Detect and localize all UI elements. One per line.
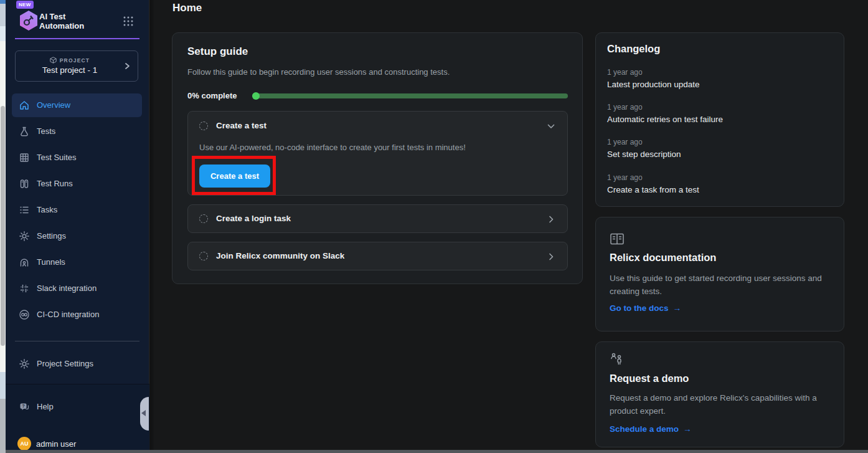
sidebar-item-tunnels[interactable]: Tunnels: [6, 250, 149, 274]
active-item-highlight: [12, 93, 142, 117]
app-title: AI Test Automation: [39, 12, 99, 31]
documentation-description: Use this guide to get started recording …: [610, 272, 834, 298]
sidebar-shadow: [150, 0, 155, 453]
sidebar-item-cicd-integration[interactable]: CI-CD integration: [6, 303, 149, 327]
window-bottom-edge: [6, 450, 868, 453]
setup-step-create-login-task[interactable]: Create a login task: [187, 204, 568, 233]
chevron-right-icon: [546, 252, 556, 262]
sidebar-item-test-suites[interactable]: Test Suites: [6, 146, 149, 169]
go-to-docs-link[interactable]: Go to the docs →: [610, 303, 681, 313]
apps-grid-icon[interactable]: [123, 16, 134, 27]
step-title: Create a test: [216, 121, 267, 130]
sidebar-item-settings[interactable]: Settings: [6, 224, 149, 248]
setup-guide-description: Follow this guide to begin recording use…: [187, 67, 450, 77]
sidebar-item-tests[interactable]: Tests: [6, 120, 149, 143]
page-title: Home: [172, 2, 202, 14]
sidebar-footer: ? Help AU admin user: [6, 384, 149, 450]
sidebar-item-label: Settings: [37, 231, 66, 241]
setup-step-create-test[interactable]: Create a test Use our AI-powered, no-cod…: [187, 111, 568, 196]
chevron-down-icon[interactable]: [546, 122, 556, 131]
schedule-demo-link[interactable]: Schedule a demo →: [610, 424, 692, 434]
arrow-right-icon: →: [683, 424, 692, 434]
avatar: AU: [17, 437, 31, 451]
gear-icon: [19, 231, 30, 242]
home-icon: [19, 100, 30, 111]
sliver-pale: [0, 26, 6, 41]
sliver-gray-low: [0, 399, 6, 453]
project-label: PROJECT: [60, 57, 90, 64]
progress-indicator-dot: [252, 92, 260, 100]
project-name: Test project - 1: [16, 65, 124, 75]
book-icon: [610, 232, 625, 246]
background-scrollbar-thumb[interactable]: [1, 106, 5, 346]
tunnel-icon: [19, 257, 30, 268]
cube-icon: [50, 57, 57, 64]
new-badge: NEW: [16, 1, 34, 9]
request-demo-description: Request a demo and explore Relicx's capa…: [610, 391, 834, 417]
app-logo-icon: [19, 10, 39, 31]
changelog-time: 1 year ago: [607, 68, 643, 77]
slack-icon: [19, 283, 30, 294]
link-label: Schedule a demo: [610, 424, 679, 434]
link-label: Go to the docs: [610, 303, 669, 313]
create-test-button[interactable]: Create a test: [199, 165, 270, 188]
setup-step-join-slack[interactable]: Join Relicx community on Slack: [187, 242, 568, 270]
changelog-entry: Create a task from a test: [607, 185, 699, 194]
people-icon: [610, 352, 625, 367]
sidebar-item-label: Help: [37, 402, 54, 411]
sidebar-item-label: Slack integration: [37, 284, 97, 293]
sidebar-item-label: CI-CD integration: [37, 310, 99, 319]
gear-icon: [19, 358, 30, 370]
sidebar-item-test-runs[interactable]: Test Runs: [6, 172, 149, 196]
changelog-title: Changelog: [607, 43, 660, 55]
arrow-right-icon: →: [673, 303, 682, 313]
project-selector[interactable]: PROJECT Test project - 1: [15, 50, 138, 82]
collapse-arrow-icon: [141, 410, 146, 416]
sidebar-item-label: Tunnels: [37, 257, 65, 267]
sidebar-item-project-settings[interactable]: Project Settings: [6, 352, 149, 376]
step-description: Use our AI-powered, no-code interface to…: [199, 143, 466, 152]
sidebar-item-help[interactable]: ? Help: [6, 395, 149, 419]
changelog-time: 1 year ago: [607, 103, 643, 112]
sidebar-accent-divider: [15, 38, 139, 39]
sidebar-divider: [15, 341, 139, 341]
grid-icon: [19, 152, 30, 163]
sidebar-item-label: Project Settings: [37, 359, 93, 368]
svg-text:?: ?: [22, 403, 25, 409]
user-name: admin user: [36, 439, 76, 449]
sidebar-item-slack-integration[interactable]: Slack integration: [6, 277, 149, 300]
flask-icon: [19, 126, 30, 137]
chevron-right-icon: [123, 62, 131, 70]
ci-cd-icon: [19, 309, 30, 320]
setup-guide-title: Setup guide: [187, 45, 248, 58]
setup-guide-card: Setup guide Follow this guide to begin r…: [172, 32, 583, 284]
sidebar-item-label: Test Suites: [37, 153, 77, 162]
sidebar-item-label: Overview: [37, 100, 70, 110]
sidebar: NEW AI Test Automation: [6, 0, 149, 450]
columns-icon: [19, 178, 30, 189]
sidebar-item-label: Tests: [37, 126, 55, 136]
progress-label: 0% complete: [187, 91, 237, 100]
step-title: Create a login task: [216, 214, 291, 223]
changelog-entry: Automatic retries on test failure: [607, 115, 723, 124]
help-chat-icon: ?: [19, 401, 30, 412]
changelog-time: 1 year ago: [607, 173, 643, 182]
sidebar-item-overview[interactable]: Overview: [6, 93, 149, 117]
request-demo-title: Request a demo: [610, 373, 689, 384]
sidebar-collapse-handle[interactable]: [140, 397, 149, 431]
sliver-light-blue: [0, 4, 6, 26]
changelog-card: Changelog 1 year ago Latest production u…: [595, 32, 844, 207]
sidebar-item-tasks[interactable]: Tasks: [6, 198, 149, 222]
sidebar-item-label: Test Runs: [37, 179, 73, 188]
incomplete-step-icon: [199, 214, 208, 223]
list-icon: [19, 204, 30, 216]
documentation-title: Relicx documentation: [610, 252, 716, 264]
sidebar-item-label: Tasks: [37, 205, 57, 214]
sliver-blue-low: [0, 372, 6, 399]
step-title: Join Relicx community on Slack: [216, 251, 344, 260]
documentation-card: Relicx documentation Use this guide to g…: [595, 217, 844, 331]
incomplete-step-icon: [199, 252, 208, 260]
changelog-entry: Set step description: [607, 150, 681, 159]
changelog-entry: Latest production update: [607, 80, 700, 89]
background-window-sliver: [0, 0, 6, 453]
